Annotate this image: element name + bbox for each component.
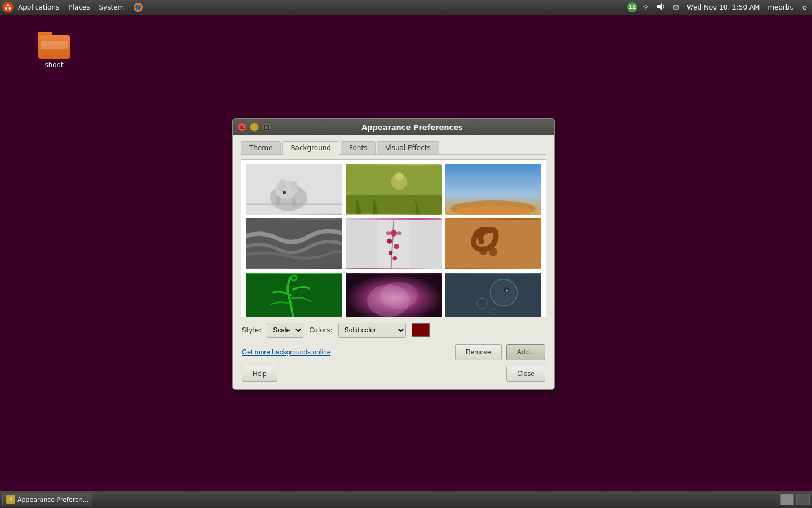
panel-right: 12 Wed Nov 10, 1:50 AM meorbu — [627, 1, 810, 14]
power-icon[interactable] — [800, 2, 810, 12]
thumb-9-bubble[interactable] — [445, 273, 541, 317]
svg-point-30 — [387, 239, 392, 244]
notification-icon[interactable]: 12 — [627, 2, 637, 12]
thumb-5-flowers[interactable] — [346, 218, 442, 269]
svg-point-45 — [492, 281, 516, 305]
dialog-content: Theme Background Fonts Visual Effects — [233, 135, 554, 389]
svg-point-35 — [396, 231, 401, 235]
colors-label: Colors: — [309, 326, 333, 334]
svg-rect-7 — [674, 6, 679, 10]
desktop: shoot × – □ Appearance Preferences Theme… — [0, 15, 812, 493]
svg-point-31 — [394, 244, 399, 249]
action-buttons: Remove Add... — [455, 344, 545, 360]
volume-icon[interactable] — [654, 1, 668, 14]
svg-marker-6 — [657, 3, 662, 10]
bottom-taskbar: A Appearance Preferen... — [0, 491, 812, 508]
top-panel: Applications Places System 12 — [0, 0, 812, 15]
menu-system[interactable]: System — [94, 0, 129, 15]
style-label: Style: — [242, 326, 261, 334]
folder-shine — [41, 41, 68, 49]
thumb-3-sky[interactable] — [445, 164, 541, 215]
workspace-1[interactable] — [780, 494, 794, 505]
svg-point-13 — [291, 181, 297, 191]
minimize-button[interactable]: – — [250, 122, 259, 132]
svg-point-33 — [392, 256, 397, 261]
taskbar-app-label: Appearance Preferen... — [17, 496, 89, 503]
tab-bar: Theme Background Fonts Visual Effects — [241, 141, 546, 155]
bottom-row: Get more backgrounds online Remove Add..… — [241, 344, 546, 360]
network-icon[interactable] — [641, 2, 651, 12]
clock-display[interactable]: Wed Nov 10, 1:50 AM — [685, 2, 762, 12]
svg-point-38 — [489, 248, 497, 256]
style-select[interactable]: Scale — [267, 323, 303, 338]
mail-icon[interactable] — [671, 2, 681, 12]
get-more-backgrounds-link[interactable]: Get more backgrounds online — [242, 348, 330, 356]
thumb-2-grass[interactable] — [346, 164, 442, 215]
ubuntu-logo-icon — [2, 2, 14, 13]
workspace-2[interactable] — [796, 494, 810, 505]
close-button-titlebar[interactable]: × — [237, 122, 246, 132]
svg-point-15 — [276, 196, 280, 204]
remove-button[interactable]: Remove — [455, 344, 502, 360]
thumb-1-dog[interactable] — [246, 164, 342, 215]
svg-point-21 — [395, 172, 403, 181]
menu-places[interactable]: Places — [64, 0, 94, 15]
controls-row: Style: Scale Colors: Solid color — [241, 323, 546, 338]
svg-point-1 — [7, 4, 9, 6]
thumb-8-purple[interactable] — [346, 273, 442, 317]
tab-background[interactable]: Background — [282, 141, 339, 155]
color-swatch[interactable] — [412, 323, 430, 337]
tab-fonts[interactable]: Fonts — [341, 141, 376, 154]
svg-point-16 — [292, 198, 297, 206]
svg-point-2 — [9, 7, 11, 10]
add-button[interactable]: Add... — [506, 344, 545, 360]
thumb-4-rope[interactable] — [246, 218, 342, 269]
taskbar-right — [780, 494, 810, 505]
svg-point-42 — [380, 282, 417, 309]
svg-point-34 — [386, 231, 391, 235]
svg-point-12 — [278, 179, 286, 192]
user-name-display[interactable]: meorbu — [765, 2, 796, 12]
folder-icon — [38, 32, 70, 59]
svg-point-37 — [479, 247, 488, 255]
tab-visual-effects[interactable]: Visual Effects — [377, 141, 439, 154]
dialog-footer: Help Close — [241, 366, 546, 382]
thumb-7-fern[interactable] — [246, 273, 342, 317]
maximize-button[interactable]: □ — [262, 122, 271, 132]
dialog-titlebar: × – □ Appearance Preferences — [233, 119, 554, 135]
dialog-close-button[interactable]: Close — [506, 366, 545, 382]
svg-point-14 — [283, 191, 286, 194]
svg-point-32 — [389, 251, 393, 255]
desktop-folder-shoot[interactable]: shoot — [32, 32, 77, 69]
taskbar-app-appearance[interactable]: A Appearance Preferen... — [2, 493, 92, 506]
svg-point-47 — [506, 290, 508, 292]
taskbar-app-icon: A — [6, 495, 15, 504]
colors-select[interactable]: Solid color — [338, 323, 406, 338]
panel-left: Applications Places System — [2, 0, 148, 15]
firefox-icon[interactable] — [129, 0, 148, 15]
image-grid-inner — [241, 160, 546, 317]
background-image-grid[interactable] — [241, 159, 546, 317]
folder-body — [38, 35, 70, 59]
svg-point-29 — [390, 230, 396, 236]
folder-label: shoot — [45, 61, 63, 69]
appearance-preferences-dialog: × – □ Appearance Preferences Theme Backg… — [232, 118, 555, 390]
svg-point-3 — [5, 7, 7, 10]
help-button[interactable]: Help — [242, 366, 277, 382]
dialog-title: Appearance Preferences — [275, 123, 550, 132]
thumb-6-pretzel[interactable] — [445, 218, 541, 269]
tab-theme[interactable]: Theme — [241, 141, 281, 154]
menu-applications[interactable]: Applications — [14, 0, 64, 15]
